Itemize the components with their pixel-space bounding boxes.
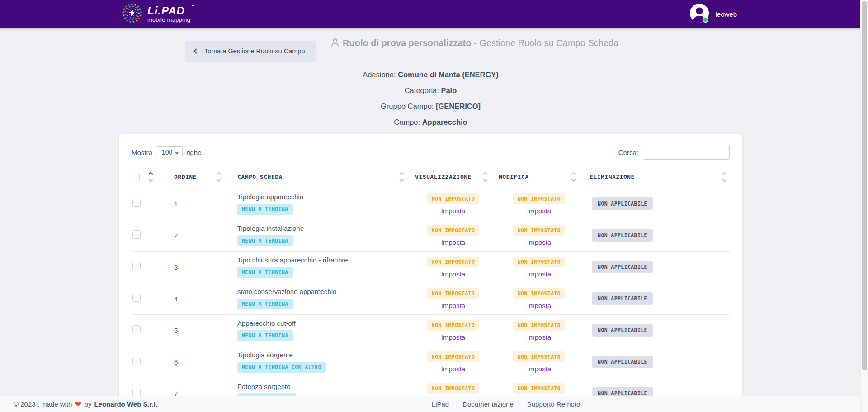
ordine-cell: 3 xyxy=(160,251,228,283)
meta-label: Gruppo Campo: xyxy=(381,102,434,110)
column-header-modifica[interactable]: MODIFICA xyxy=(495,166,583,188)
tipo-campo-badge: MENU A TENDINA CON ALTRO xyxy=(237,362,326,373)
meta-value: Apparecchio xyxy=(422,118,467,126)
table-row: 3Tipo chiusura apparecchio - rifrattoreM… xyxy=(132,251,730,283)
permissions-table: ORDINE CAMPO SCHEDA VISUALIZZAZIONE MODI… xyxy=(132,166,730,410)
campo-scheda-name: Apparecchio cut-off xyxy=(237,319,411,327)
modifica-status-badge: NON IMPOSTATO xyxy=(513,257,565,267)
scrollbar-thumb[interactable] xyxy=(862,1,867,370)
campo-scheda-name: stato conservazione apparecchio xyxy=(237,288,411,295)
column-header-select[interactable] xyxy=(132,166,160,188)
sort-arrows[interactable] xyxy=(482,171,489,183)
eliminazione-badge: NON APPLICABILE xyxy=(592,324,653,337)
modifica-imposta-link[interactable]: Imposta xyxy=(527,333,551,341)
footer-links: LiPad Documentazione Supporto Remoto xyxy=(157,400,854,408)
footer-link-supporto-remoto[interactable]: Supporto Remoto xyxy=(527,400,580,408)
meta-label: Campo: xyxy=(394,118,420,126)
sort-arrows[interactable] xyxy=(147,171,154,183)
modifica-imposta-link[interactable]: Imposta xyxy=(527,365,551,373)
search-input[interactable] xyxy=(643,145,730,160)
page-title-bold: Ruolo di prova personalizzato - xyxy=(343,38,477,48)
select-all-checkbox[interactable] xyxy=(132,173,140,181)
visualizzazione-status-badge: NON IMPOSTATO xyxy=(427,288,479,299)
sort-arrows[interactable] xyxy=(215,171,222,183)
show-label: Mostra xyxy=(132,149,152,156)
visualizzazione-imposta-link[interactable]: Imposta xyxy=(441,239,465,246)
table-row: 2Tipologia installazioneMENU A TENDINANO… xyxy=(132,220,730,251)
eliminazione-badge: NON APPLICABILE xyxy=(592,229,653,242)
ordine-cell: 5 xyxy=(160,314,228,346)
footer-link-documentazione[interactable]: Documentazione xyxy=(462,400,514,408)
sort-asc-icon xyxy=(722,172,727,177)
modifica-imposta-link[interactable]: Imposta xyxy=(527,207,551,215)
campo-scheda-cell: Apparecchio cut-offMENU A TENDINA xyxy=(228,314,411,346)
logo-title: Li.PAD xyxy=(147,5,190,16)
meta-value: Palo xyxy=(441,86,457,94)
modifica-imposta-link[interactable]: Imposta xyxy=(527,302,551,309)
user-menu[interactable]: leoweb xyxy=(689,3,737,25)
tipo-campo-badge: MENU A TENDINA xyxy=(237,299,293,309)
copyright-text: © 2023 , made with ❤ by Leonardo Web S.r… xyxy=(14,400,157,408)
page-size-value: 100 xyxy=(162,149,172,156)
main-content: Torna a Gestione Ruolo su Campo Ruolo di… xyxy=(0,28,868,412)
modifica-status-badge: NON IMPOSTATO xyxy=(513,383,565,394)
visualizzazione-cell: NON IMPOSTATOImposta xyxy=(411,251,495,283)
footer-link-lipad[interactable]: LiPad xyxy=(432,400,449,408)
sort-arrows[interactable] xyxy=(398,171,405,183)
eliminazione-cell: NON APPLICABILE xyxy=(583,314,730,346)
table-row: 6Tipologia sorgenteMENU A TENDINA CON AL… xyxy=(132,346,730,378)
table-controls: Mostra 100 righe Cerca: xyxy=(132,145,730,160)
visualizzazione-imposta-link[interactable]: Imposta xyxy=(441,207,465,215)
meta-label: Categoria: xyxy=(405,86,439,94)
registered-mark-icon xyxy=(192,5,194,6)
modifica-cell: NON IMPOSTATOImposta xyxy=(495,251,583,283)
column-header-visualizzazione[interactable]: VISUALIZZAZIONE xyxy=(411,166,495,188)
meta-categoria: Categoria: Palo xyxy=(119,86,742,95)
modifica-imposta-link[interactable]: Imposta xyxy=(527,270,551,278)
table-row: 1Tipologia apparecchioMENU A TENDINANON … xyxy=(132,188,730,220)
rows-label: righe xyxy=(186,149,201,156)
sort-arrows[interactable] xyxy=(570,171,577,183)
column-header-campo-scheda[interactable]: CAMPO SCHEDA xyxy=(228,166,411,188)
meta-gruppo-campo: Gruppo Campo: [GENERICO] xyxy=(119,102,742,111)
logo-subtitle: mobile mapping xyxy=(147,17,190,23)
visualizzazione-imposta-link[interactable]: Imposta xyxy=(441,270,465,278)
app-logo[interactable]: Li.PAD mobile mapping xyxy=(121,2,190,26)
row-checkbox[interactable] xyxy=(132,230,141,239)
visualizzazione-imposta-link[interactable]: Imposta xyxy=(441,333,465,341)
visualizzazione-cell: NON IMPOSTATOImposta xyxy=(411,314,495,346)
visualizzazione-imposta-link[interactable]: Imposta xyxy=(441,302,465,309)
eliminazione-cell: NON APPLICABILE xyxy=(583,188,730,220)
row-checkbox[interactable] xyxy=(132,294,141,302)
row-checkbox[interactable] xyxy=(132,357,141,365)
header-bar: Li.PAD mobile mapping leoweb xyxy=(0,0,868,28)
username-label: leoweb xyxy=(715,10,737,18)
visualizzazione-imposta-link[interactable]: Imposta xyxy=(441,365,465,373)
sort-desc-icon xyxy=(217,178,221,182)
page-title: Ruolo di prova personalizzato - Gestione… xyxy=(330,37,626,51)
row-select-cell xyxy=(132,220,160,251)
search-label: Cerca: xyxy=(618,149,638,156)
page-title-rest: Gestione Ruolo su Campo Scheda xyxy=(477,38,619,48)
column-header-ordine[interactable]: ORDINE xyxy=(160,166,228,188)
footer-bar: © 2023 , made with ❤ by Leonardo Web S.r… xyxy=(0,396,868,412)
row-checkbox[interactable] xyxy=(132,262,141,270)
modifica-status-badge: NON IMPOSTATO xyxy=(513,193,565,204)
row-checkbox[interactable] xyxy=(132,325,141,333)
modifica-imposta-link[interactable]: Imposta xyxy=(527,239,551,246)
column-header-eliminazione[interactable]: ELIMINAZIONE xyxy=(583,166,730,188)
row-checkbox[interactable] xyxy=(132,199,141,207)
ordine-cell: 6 xyxy=(160,346,228,378)
visualizzazione-cell: NON IMPOSTATOImposta xyxy=(411,283,495,314)
back-button[interactable]: Torna a Gestione Ruolo su Campo xyxy=(185,41,316,61)
chevron-down-icon xyxy=(175,150,179,154)
tipo-campo-badge: MENU A TENDINA xyxy=(237,330,293,341)
campo-scheda-cell: Tipologia sorgenteMENU A TENDINA CON ALT… xyxy=(228,346,411,378)
row-select-cell xyxy=(132,346,160,378)
page-scrollbar[interactable] xyxy=(860,0,868,412)
page-size-select[interactable]: 100 xyxy=(156,146,183,158)
sort-arrows[interactable] xyxy=(721,171,728,183)
sort-desc-icon xyxy=(571,178,576,182)
table-header-row: ORDINE CAMPO SCHEDA VISUALIZZAZIONE MODI… xyxy=(132,166,730,188)
modifica-cell: NON IMPOSTATOImposta xyxy=(495,188,583,220)
